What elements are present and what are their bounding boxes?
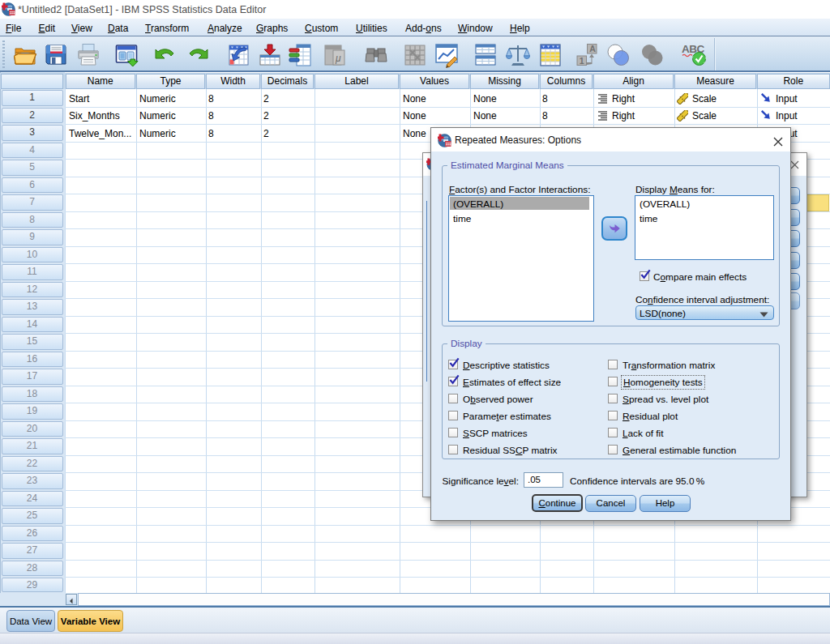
svg-text:A: A <box>589 44 596 53</box>
svg-text:μ: μ <box>335 53 341 64</box>
svg-text:1: 1 <box>579 56 584 66</box>
